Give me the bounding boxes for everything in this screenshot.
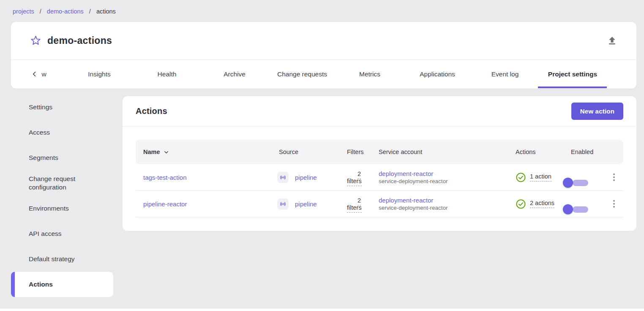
sidebar-item-segments[interactable]: Segments bbox=[11, 145, 113, 170]
column-header-service-account: Service account bbox=[366, 149, 510, 155]
sidebar-item-default-strategy[interactable]: Default strategy bbox=[11, 246, 113, 272]
actions-table: Name Source Filters Service account Acti… bbox=[136, 140, 623, 217]
action-name-link[interactable]: tags-test-action bbox=[143, 174, 187, 181]
column-header-filters: Filters bbox=[347, 149, 366, 155]
bottom-edge-strip bbox=[0, 308, 644, 311]
check-circle-icon bbox=[516, 199, 526, 209]
project-title-row: demo-actions bbox=[11, 22, 636, 60]
panel-title: Actions bbox=[136, 106, 167, 116]
source-type-link[interactable]: pipeline bbox=[295, 174, 317, 181]
tab-change-requests[interactable]: Change requests bbox=[277, 60, 327, 88]
table-header-row: Name Source Filters Service account Acti… bbox=[136, 140, 623, 164]
tab-health[interactable]: Health bbox=[158, 60, 177, 88]
breadcrumb-separator: / bbox=[40, 8, 41, 15]
tab-project-settings[interactable]: Project settings bbox=[548, 60, 597, 88]
project-title: demo-actions bbox=[47, 35, 112, 46]
active-item-bar bbox=[11, 272, 15, 297]
row-menu-button[interactable] bbox=[611, 171, 617, 183]
panel-header: Actions New action bbox=[123, 96, 636, 127]
row-menu-button[interactable] bbox=[611, 198, 617, 210]
column-header-source: Source bbox=[277, 149, 347, 155]
tab-insights[interactable]: Insights bbox=[88, 60, 110, 88]
sidebar-item-environments[interactable]: Environments bbox=[11, 196, 113, 221]
sidebar-item-settings[interactable]: Settings bbox=[11, 95, 113, 120]
service-account-id: service-deployment-reactor bbox=[379, 205, 510, 211]
service-account-link[interactable]: deployment-reactor bbox=[379, 197, 510, 204]
action-name-link[interactable]: pipeline-reactor bbox=[143, 200, 187, 208]
signal-source-icon bbox=[277, 172, 289, 183]
column-header-name[interactable]: Name bbox=[136, 149, 277, 155]
service-account-link[interactable]: deployment-reactor bbox=[379, 170, 510, 177]
tab-overview-partial[interactable]: w bbox=[41, 60, 46, 88]
column-header-enabled: Enabled bbox=[567, 149, 605, 155]
tab-applications[interactable]: Applications bbox=[420, 60, 455, 88]
table-row: tags-test-action pipeline 2 filters depl… bbox=[136, 164, 623, 191]
sidebar-item-label: Actions bbox=[29, 280, 53, 289]
active-tab-indicator bbox=[538, 87, 607, 88]
tab-event-log[interactable]: Event log bbox=[491, 60, 519, 88]
star-outline-icon bbox=[30, 35, 41, 46]
sidebar-item-access[interactable]: Access bbox=[11, 120, 113, 145]
actions-panel: Actions New action Name Source Filters S… bbox=[123, 96, 636, 231]
source-type-link[interactable]: pipeline bbox=[295, 200, 317, 208]
sidebar-item-api-access[interactable]: API access bbox=[11, 221, 113, 246]
actions-count[interactable]: 1 action bbox=[530, 173, 551, 181]
project-tabs: w Insights Health Archive Change request… bbox=[11, 60, 636, 88]
signal-source-icon bbox=[277, 198, 289, 210]
breadcrumb-current: actions bbox=[96, 8, 116, 15]
settings-sidebar: Settings Access Segments Change request … bbox=[11, 95, 113, 297]
favorite-star-button[interactable] bbox=[29, 35, 42, 47]
service-account-id: service-deployment-reactor bbox=[379, 178, 510, 184]
tab-scroll-left-button[interactable] bbox=[30, 70, 39, 79]
tab-metrics[interactable]: Metrics bbox=[359, 60, 380, 88]
breadcrumb-project[interactable]: demo-actions bbox=[47, 8, 84, 15]
sidebar-item-actions[interactable]: Actions bbox=[11, 272, 113, 297]
check-circle-icon bbox=[516, 172, 526, 183]
filters-count[interactable]: 2 filters bbox=[347, 197, 362, 213]
sidebar-item-change-request-configuration[interactable]: Change request configuration bbox=[11, 170, 113, 196]
tab-archive[interactable]: Archive bbox=[224, 60, 246, 88]
export-button[interactable] bbox=[606, 35, 618, 47]
breadcrumb-projects[interactable]: projects bbox=[13, 8, 34, 15]
breadcrumb-separator: / bbox=[89, 8, 91, 15]
upload-icon bbox=[607, 35, 617, 46]
filters-count[interactable]: 2 filters bbox=[347, 170, 362, 186]
new-action-button[interactable]: New action bbox=[571, 103, 623, 120]
actions-count[interactable]: 2 actions bbox=[530, 200, 554, 208]
kebab-icon bbox=[613, 173, 615, 175]
kebab-icon bbox=[613, 200, 615, 202]
sort-chevron-down-icon bbox=[163, 149, 169, 155]
breadcrumb: projects / demo-actions / actions bbox=[13, 8, 116, 15]
column-header-actions: Actions bbox=[510, 149, 567, 155]
project-header-card: demo-actions w Insights Health Archive C… bbox=[11, 22, 636, 89]
table-row: pipeline-reactor pipeline 2 filters depl… bbox=[136, 191, 623, 217]
chevron-left-icon bbox=[30, 70, 38, 78]
